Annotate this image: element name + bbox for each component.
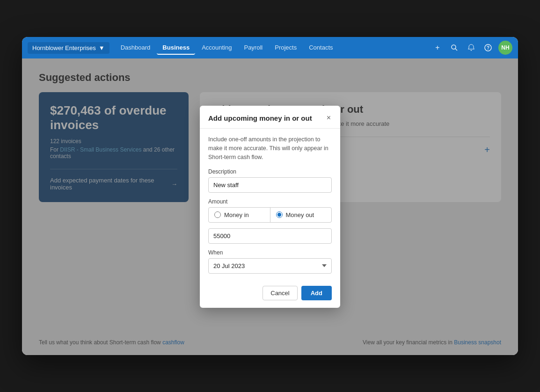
- navbar: Hornblower Enterprises ▼ Dashboard Busin…: [22, 37, 518, 58]
- money-in-label: Money in: [224, 211, 249, 218]
- money-out-label: Money out: [286, 211, 314, 218]
- notifications-button[interactable]: [465, 41, 478, 54]
- modal-description: Include one-off amounts in the projectio…: [208, 135, 332, 161]
- svg-text:?: ?: [487, 45, 489, 51]
- modal-overlay: Add upcoming money in or out × Include o…: [22, 58, 518, 355]
- nav-payroll[interactable]: Payroll: [238, 41, 268, 55]
- nav-dashboard[interactable]: Dashboard: [115, 41, 156, 55]
- nav-accounting[interactable]: Accounting: [196, 41, 237, 55]
- add-button-modal[interactable]: Add: [301, 286, 332, 300]
- bell-icon: [467, 44, 475, 51]
- nav-contacts[interactable]: Contacts: [303, 41, 338, 55]
- add-button[interactable]: +: [431, 41, 444, 54]
- nav-business[interactable]: Business: [157, 41, 195, 55]
- modal-footer: Cancel Add: [200, 280, 340, 308]
- modal-title: Add upcoming money in or out: [208, 114, 312, 122]
- money-out-radio[interactable]: [276, 211, 283, 218]
- search-icon: [451, 44, 458, 51]
- org-selector[interactable]: Hornblower Enterprises ▼: [28, 42, 109, 54]
- nav-links: Dashboard Business Accounting Payroll Pr…: [115, 41, 339, 55]
- search-button[interactable]: [448, 41, 461, 54]
- org-name: Hornblower Enterprises: [32, 44, 96, 51]
- help-icon: ?: [484, 44, 492, 51]
- when-label: When: [208, 249, 332, 256]
- modal-header: Add upcoming money in or out ×: [200, 106, 340, 129]
- money-in-radio[interactable]: [214, 211, 221, 218]
- amount-radio-group: Money in Money out: [208, 207, 332, 223]
- amount-label: Amount: [208, 198, 332, 205]
- chevron-down-icon: ▼: [99, 44, 105, 51]
- cancel-button[interactable]: Cancel: [263, 286, 297, 300]
- svg-line-1: [455, 49, 457, 51]
- nav-right: + ? NH: [431, 41, 512, 55]
- modal-close-button[interactable]: ×: [326, 113, 332, 123]
- money-out-option[interactable]: Money out: [270, 208, 332, 222]
- when-select[interactable]: 20 Jul 2023: [208, 258, 332, 274]
- modal: Add upcoming money in or out × Include o…: [200, 106, 340, 307]
- user-avatar[interactable]: NH: [498, 41, 512, 55]
- money-in-option[interactable]: Money in: [209, 208, 270, 222]
- help-button[interactable]: ?: [482, 41, 495, 54]
- avatar-initials: NH: [501, 44, 509, 51]
- nav-projects[interactable]: Projects: [269, 41, 302, 55]
- description-label: Description: [208, 168, 332, 175]
- modal-body: Include one-off amounts in the projectio…: [200, 129, 340, 280]
- description-input[interactable]: [208, 177, 332, 193]
- svg-point-0: [452, 45, 456, 49]
- amount-input[interactable]: [208, 228, 332, 244]
- main-content: Suggested actions $270,463 of overdue in…: [22, 58, 518, 355]
